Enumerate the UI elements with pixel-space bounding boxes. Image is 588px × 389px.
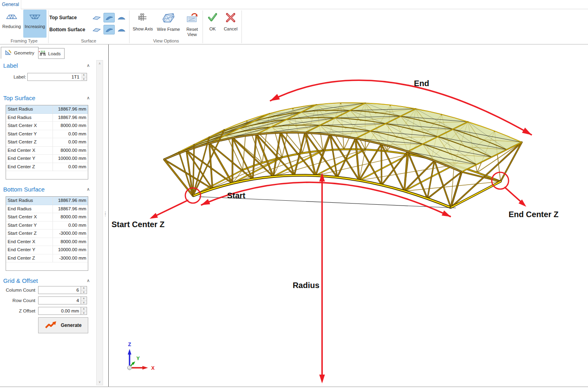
reset-view-label-line1: Reset (187, 27, 198, 32)
column-count-input[interactable] (38, 286, 81, 294)
surface-group-label: Surface (49, 38, 129, 43)
cancel-label: Cancel (224, 26, 237, 32)
increasing-button[interactable]: Increasing (23, 10, 47, 38)
geometry-tab-label: Geometry (14, 50, 34, 55)
truss-scene: End Start Radius Start Center Z End Cent… (109, 44, 588, 387)
space-truss-model (164, 103, 522, 208)
ok-label: OK (209, 26, 216, 32)
radius-annotation-label: Radius (293, 281, 320, 290)
bottom-surface-label: Bottom Surface (49, 27, 89, 32)
z-offset-spinner[interactable]: ∧∨ (81, 307, 87, 315)
top-surface-label: Top Surface (49, 15, 89, 20)
framing-type-group-label: Framing Type (0, 38, 48, 43)
label-spinner[interactable]: ∧∨ (81, 73, 87, 81)
table-row[interactable]: Start Center Y0.00 mm (6, 130, 88, 139)
top-surface-table: Start Radius18867.96 mmEnd Radius18867.9… (6, 105, 88, 179)
generate-trend-icon (45, 320, 57, 331)
geometry-tab-icon (5, 49, 12, 56)
wire-frame-button[interactable]: Wire Frame (156, 10, 181, 41)
table-row[interactable]: Start Center Y0.00 mm (6, 222, 88, 230)
reducing-button[interactable]: Reducing (1, 10, 22, 38)
table-row[interactable]: End Center Z0.00 mm (6, 163, 88, 171)
show-axis-icon (138, 12, 148, 24)
top-surface-section-header: Top Surface ∧ (3, 95, 90, 101)
table-row[interactable]: End Center Y10000.00 mm (6, 155, 88, 163)
increasing-truss-icon (29, 14, 41, 20)
start-annotation-label: Start (227, 191, 245, 200)
top-surface-dome-icon[interactable] (116, 13, 127, 22)
end-annotation-label: End (414, 79, 429, 88)
table-row[interactable]: Start Center X8000.00 mm (6, 213, 88, 222)
table-row[interactable]: End Center X8000.00 mm (6, 238, 88, 246)
axis-z-label: Z (128, 342, 131, 347)
grid-offset-section-header: Grid & Offset ∧ (3, 277, 90, 284)
table-row[interactable]: Start Center Z0.00 mm (6, 138, 88, 147)
label-field-caption: Label: (3, 75, 26, 79)
axis-y-label: Y (136, 356, 140, 361)
wire-frame-icon (162, 12, 175, 24)
view-options-group-label: View Options (130, 38, 203, 43)
axis-x-label: X (151, 365, 155, 371)
reducing-truss-icon (6, 14, 17, 20)
show-axis-button[interactable]: Show Axis (132, 10, 154, 41)
label-section-header: Label ∧ (3, 62, 90, 69)
ok-check-icon (207, 12, 219, 24)
bottom-surface-dome-icon[interactable] (116, 25, 127, 34)
scrollbar-down-icon[interactable]: ∨ (97, 380, 103, 384)
column-count-spinner[interactable]: ∧∨ (81, 286, 87, 294)
table-row[interactable]: End Center Y10000.00 mm (6, 246, 88, 254)
row-count-spinner[interactable]: ∧∨ (81, 296, 87, 304)
ribbon-body: Reducing Increasing Framing Type Top Sur… (0, 9, 588, 44)
show-axis-label: Show Axis (133, 26, 153, 32)
ribbon-tab-general[interactable]: General (0, 0, 21, 9)
table-row[interactable]: Start Radius18867.96 mm (6, 105, 88, 114)
row-count-caption: Row Count (0, 298, 35, 303)
truss-generator-window: General Reducing (0, 0, 588, 389)
loads-tab-label: Loads (48, 51, 61, 56)
reset-view-label-line2: View (187, 32, 197, 37)
reset-view-button[interactable]: Reset View (183, 10, 201, 41)
table-row[interactable]: End Center Z-3000.00 mm (6, 254, 88, 263)
bottom-surface-table: Start Radius18867.96 mmEnd Radius18867.9… (6, 196, 88, 271)
collapse-chevron-icon[interactable]: ∧ (87, 187, 90, 192)
viewport-3d[interactable]: End Start Radius Start Center Z End Cent… (108, 44, 588, 387)
wire-frame-label: Wire Frame (157, 27, 180, 32)
generate-label: Generate (61, 322, 81, 328)
cancel-x-icon (225, 12, 236, 24)
bottom-surface-flat-icon[interactable] (91, 25, 102, 34)
table-row[interactable]: End Center X8000.00 mm (6, 147, 88, 155)
collapse-chevron-icon[interactable]: ∧ (87, 95, 90, 101)
cancel-button[interactable]: Cancel (222, 10, 239, 41)
bottom-surface-curved-icon[interactable] (103, 25, 115, 34)
table-row[interactable]: Start Radius18867.96 mm (6, 197, 88, 205)
column-count-caption: Column Count (0, 288, 35, 292)
z-offset-caption: Z Offset (0, 308, 35, 313)
increasing-label: Increasing (25, 24, 45, 29)
table-row[interactable]: End Radius18867.96 mm (6, 114, 88, 122)
panel-splitter-grip[interactable]: ⋮⋮ (103, 212, 107, 216)
ok-button[interactable]: OK (205, 10, 220, 41)
group-separator (203, 10, 203, 43)
reset-view-icon (186, 12, 199, 24)
properties-panel: Geometry Loads Label ∧ Label: ∧∨ (0, 44, 108, 387)
label-input[interactable] (27, 73, 81, 81)
z-offset-input[interactable] (38, 307, 81, 315)
top-surface-flat-icon[interactable] (91, 13, 102, 22)
collapse-chevron-icon[interactable]: ∧ (87, 63, 90, 68)
table-row[interactable]: End Radius18867.96 mm (6, 205, 88, 214)
loads-tab-icon (39, 50, 46, 57)
tab-loads[interactable]: Loads (34, 48, 65, 59)
start-center-z-annotation-label: Start Center Z (112, 220, 164, 229)
ribbon: General Reducing (0, 0, 588, 44)
scrollbar-up-icon[interactable]: ∧ (97, 62, 103, 65)
row-count-input[interactable] (38, 296, 81, 304)
end-center-z-annotation-label: End Center Z (509, 210, 558, 219)
table-row[interactable]: Start Center X8000.00 mm (6, 122, 88, 130)
top-surface-curved-icon[interactable] (103, 13, 115, 22)
generate-button[interactable]: Generate (38, 317, 88, 333)
tab-geometry[interactable]: Geometry (1, 47, 39, 59)
table-row[interactable]: Start Center Z-3000.00 mm (6, 230, 88, 238)
panel-scrollbar[interactable]: ∧ ∨ (96, 60, 103, 385)
collapse-chevron-icon[interactable]: ∧ (87, 278, 90, 283)
reducing-label: Reducing (2, 24, 21, 29)
